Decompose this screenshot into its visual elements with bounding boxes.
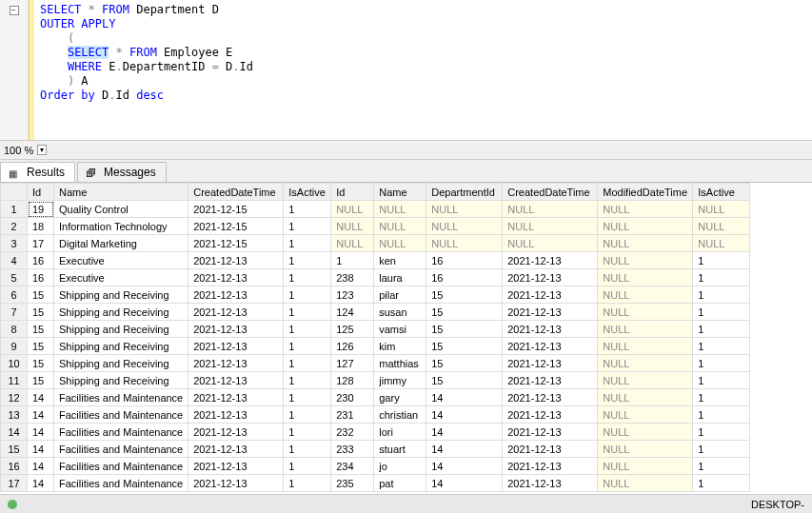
table-cell[interactable]: 15 bbox=[426, 372, 503, 389]
table-row[interactable]: 615Shipping and Receiving2021-12-131123p… bbox=[1, 286, 750, 304]
table-cell[interactable]: Information Technology bbox=[54, 218, 188, 235]
table-cell[interactable]: gary bbox=[374, 389, 426, 406]
table-cell[interactable]: NULL bbox=[598, 475, 693, 492]
table-row[interactable]: 516Executive2021-12-131238laura162021-12… bbox=[1, 269, 750, 286]
table-cell[interactable]: Shipping and Receiving bbox=[54, 304, 188, 321]
row-number[interactable]: 14 bbox=[1, 424, 28, 441]
table-cell[interactable]: jimmy bbox=[374, 372, 426, 389]
table-cell[interactable]: 14 bbox=[28, 475, 54, 492]
table-cell[interactable]: 1 bbox=[284, 304, 331, 321]
row-number[interactable]: 16 bbox=[1, 458, 28, 475]
table-cell[interactable]: 2021-12-13 bbox=[188, 372, 284, 389]
table-cell[interactable]: 230 bbox=[331, 389, 374, 406]
table-cell[interactable]: Facilities and Maintenance bbox=[54, 458, 188, 475]
table-cell[interactable]: 1 bbox=[693, 389, 750, 406]
table-cell[interactable]: NULL bbox=[598, 355, 693, 372]
table-cell[interactable]: 1 bbox=[693, 406, 750, 424]
table-cell[interactable]: 1 bbox=[284, 355, 331, 372]
table-cell[interactable]: matthias bbox=[374, 355, 426, 372]
table-cell[interactable]: 2021-12-15 bbox=[188, 201, 284, 218]
table-row[interactable]: 1015Shipping and Receiving2021-12-131127… bbox=[1, 355, 750, 372]
table-cell[interactable]: NULL bbox=[598, 389, 693, 406]
table-cell[interactable]: 233 bbox=[331, 441, 374, 458]
table-cell[interactable]: 232 bbox=[331, 424, 374, 441]
table-cell[interactable]: 238 bbox=[331, 269, 374, 286]
table-cell[interactable]: 1 bbox=[693, 372, 750, 389]
table-row[interactable]: 1714Facilities and Maintenance2021-12-13… bbox=[1, 475, 750, 492]
table-cell[interactable]: 2021-12-13 bbox=[188, 424, 284, 441]
table-cell[interactable]: 2021-12-13 bbox=[503, 321, 598, 338]
col-header[interactable]: DepartmentId bbox=[426, 184, 503, 201]
row-number[interactable]: 1 bbox=[1, 201, 28, 218]
table-cell[interactable]: 15 bbox=[28, 321, 54, 338]
table-cell[interactable]: NULL bbox=[598, 338, 693, 355]
table-cell[interactable]: NULL bbox=[598, 406, 693, 424]
table-cell[interactable]: 15 bbox=[426, 321, 503, 338]
table-cell[interactable]: NULL bbox=[598, 235, 693, 252]
table-row[interactable]: 915Shipping and Receiving2021-12-131126k… bbox=[1, 338, 750, 355]
table-row[interactable]: 1614Facilities and Maintenance2021-12-13… bbox=[1, 458, 750, 475]
table-cell[interactable]: Shipping and Receiving bbox=[54, 372, 188, 389]
table-cell[interactable]: NULL bbox=[598, 252, 693, 269]
table-cell[interactable]: 1 bbox=[284, 286, 331, 304]
table-cell[interactable]: pat bbox=[374, 475, 426, 492]
results-grid-container[interactable]: IdNameCreatedDateTimeIsActiveIdNameDepar… bbox=[0, 183, 812, 497]
table-cell[interactable]: NULL bbox=[693, 201, 750, 218]
table-cell[interactable]: 15 bbox=[28, 338, 54, 355]
table-cell[interactable]: 127 bbox=[331, 355, 374, 372]
table-cell[interactable]: 16 bbox=[426, 252, 503, 269]
table-cell[interactable]: Digital Marketing bbox=[54, 235, 188, 252]
row-number[interactable]: 5 bbox=[1, 269, 28, 286]
table-cell[interactable]: 1 bbox=[284, 269, 331, 286]
table-row[interactable]: 715Shipping and Receiving2021-12-131124s… bbox=[1, 304, 750, 321]
table-cell[interactable]: NULL bbox=[598, 304, 693, 321]
table-row[interactable]: 815Shipping and Receiving2021-12-131125v… bbox=[1, 321, 750, 338]
table-cell[interactable]: 16 bbox=[28, 252, 54, 269]
tab-messages[interactable]: Messages bbox=[77, 162, 167, 182]
table-cell[interactable]: ken bbox=[374, 252, 426, 269]
table-cell[interactable]: stuart bbox=[374, 441, 426, 458]
row-number[interactable]: 10 bbox=[1, 355, 28, 372]
table-cell[interactable]: Facilities and Maintenance bbox=[54, 406, 188, 424]
table-cell[interactable]: Facilities and Maintenance bbox=[54, 389, 188, 406]
table-cell[interactable]: Facilities and Maintenance bbox=[54, 424, 188, 441]
row-number[interactable]: 12 bbox=[1, 389, 28, 406]
row-number[interactable]: 15 bbox=[1, 441, 28, 458]
table-cell[interactable]: 1 bbox=[693, 475, 750, 492]
table-cell[interactable]: 1 bbox=[284, 406, 331, 424]
table-cell[interactable]: christian bbox=[374, 406, 426, 424]
table-cell[interactable]: 1 bbox=[284, 321, 331, 338]
table-cell[interactable]: 1 bbox=[284, 389, 331, 406]
row-number[interactable]: 13 bbox=[1, 406, 28, 424]
table-cell[interactable]: NULL bbox=[598, 441, 693, 458]
table-cell[interactable]: 2021-12-13 bbox=[503, 355, 598, 372]
table-cell[interactable]: 14 bbox=[28, 406, 54, 424]
table-cell[interactable]: 15 bbox=[426, 286, 503, 304]
table-cell[interactable]: 17 bbox=[28, 235, 54, 252]
table-cell[interactable]: 2021-12-13 bbox=[503, 304, 598, 321]
table-cell[interactable]: 1 bbox=[693, 286, 750, 304]
col-header[interactable]: Name bbox=[374, 184, 426, 201]
table-cell[interactable]: 2021-12-13 bbox=[503, 406, 598, 424]
table-cell[interactable]: 1 bbox=[284, 372, 331, 389]
table-cell[interactable]: Quality Control bbox=[54, 201, 188, 218]
table-cell[interactable]: 1 bbox=[693, 252, 750, 269]
table-cell[interactable]: NULL bbox=[598, 269, 693, 286]
table-cell[interactable]: 1 bbox=[284, 338, 331, 355]
table-cell[interactable]: 231 bbox=[331, 406, 374, 424]
table-row[interactable]: 218Information Technology2021-12-151NULL… bbox=[1, 218, 750, 235]
table-cell[interactable]: 2021-12-13 bbox=[188, 338, 284, 355]
table-cell[interactable]: NULL bbox=[331, 201, 374, 218]
table-cell[interactable]: 2021-12-13 bbox=[503, 389, 598, 406]
table-cell[interactable]: 14 bbox=[426, 424, 503, 441]
table-row[interactable]: 1414Facilities and Maintenance2021-12-13… bbox=[1, 424, 750, 441]
table-cell[interactable]: kim bbox=[374, 338, 426, 355]
col-header[interactable]: CreatedDateTime bbox=[188, 184, 284, 201]
table-cell[interactable]: 1 bbox=[693, 321, 750, 338]
table-cell[interactable]: NULL bbox=[598, 458, 693, 475]
row-number[interactable]: 6 bbox=[1, 286, 28, 304]
table-cell[interactable]: NULL bbox=[503, 201, 598, 218]
table-cell[interactable]: 14 bbox=[426, 406, 503, 424]
table-row[interactable]: 416Executive2021-12-1311ken162021-12-13N… bbox=[1, 252, 750, 269]
table-cell[interactable]: NULL bbox=[426, 201, 503, 218]
